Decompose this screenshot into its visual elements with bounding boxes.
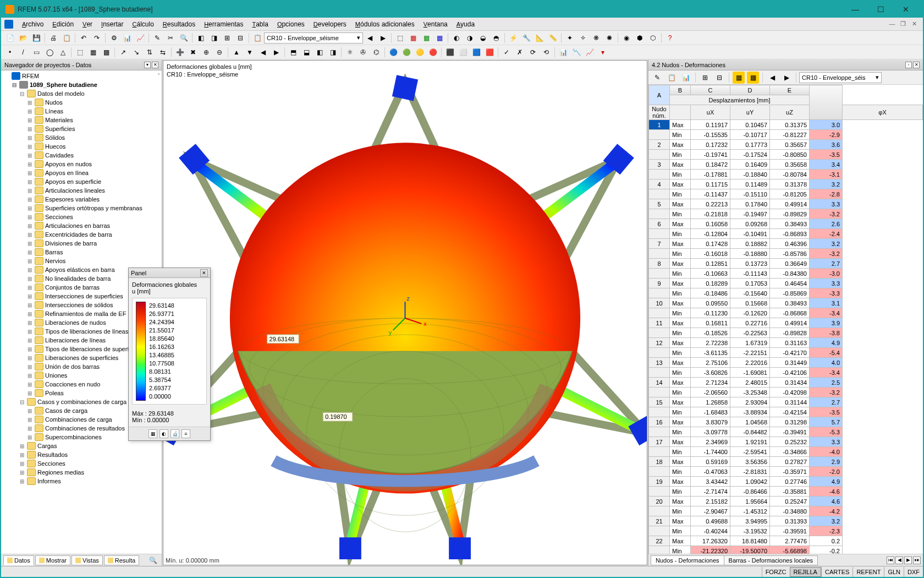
table-row[interactable]: Min-3.09778-0.84482-0.39491-5.3 bbox=[649, 427, 923, 437]
table-row[interactable]: 1Max0.119170.104570.313753.0 bbox=[649, 120, 923, 130]
menu-herramientas[interactable]: Herramientas bbox=[200, 19, 248, 29]
table-row[interactable]: 9Max0.182890.170530.464543.3 bbox=[649, 279, 923, 288]
table-row[interactable]: Min-21.22320-19.50070-5.66898-0.2 bbox=[649, 546, 923, 554]
tree-item[interactable]: ⊞Apoyos en nudos bbox=[2, 160, 161, 168]
t2-a[interactable]: • bbox=[4, 46, 16, 58]
t2-mm[interactable]: ⟲ bbox=[540, 46, 552, 58]
new-button[interactable]: 📄 bbox=[4, 32, 16, 44]
tree-item[interactable]: ⊞Espesores variables bbox=[2, 195, 161, 204]
mdi-close-button[interactable]: ✕ bbox=[909, 20, 920, 28]
t2-ee[interactable]: 🔴 bbox=[427, 46, 439, 58]
t2-jj[interactable]: ✓ bbox=[501, 46, 513, 58]
tab-nudos-def[interactable]: Nudos - Deformaciones bbox=[651, 555, 724, 565]
tree-item[interactable]: ⊞Informes bbox=[2, 477, 161, 486]
t2-g[interactable]: ▦ bbox=[87, 46, 99, 58]
tree-model[interactable]: 1089_Sphere butadiene bbox=[30, 81, 97, 88]
tree-item[interactable]: ⊞Cargas bbox=[2, 441, 161, 450]
table-row[interactable]: Min-1.74400-2.59541-0.34866-4.0 bbox=[649, 447, 923, 457]
table-row[interactable]: 6Max0.160580.092680.384932.6 bbox=[649, 219, 923, 229]
status-gln[interactable]: GLN bbox=[884, 567, 904, 577]
t2-dd[interactable]: 🟡 bbox=[414, 46, 426, 58]
tab-datos[interactable]: Datos bbox=[3, 555, 34, 565]
misc-a[interactable]: ⚡ bbox=[507, 32, 519, 44]
table-row[interactable]: 5Max0.222130.178400.499143.3 bbox=[649, 199, 923, 209]
tree-item[interactable]: ⊞Superficies ortótropas y membranas bbox=[2, 204, 161, 212]
table-row[interactable]: Min-2.71474-0.86466-0.35881-4.6 bbox=[649, 487, 923, 497]
t2-r[interactable]: ▼ bbox=[244, 46, 256, 58]
t2-ff[interactable]: ⬛ bbox=[444, 46, 456, 58]
undo-button[interactable]: ↶ bbox=[78, 32, 90, 44]
render-a[interactable]: ◐ bbox=[450, 32, 463, 44]
color-scale-panel[interactable]: Panel✕ Deformaciones globales u [mm] 29.… bbox=[128, 268, 211, 441]
t2-v[interactable]: ⬓ bbox=[300, 46, 312, 58]
tree-item[interactable]: ⊞Apoyos en superficie bbox=[2, 177, 161, 186]
table-row[interactable]: Min-0.15535-0.10717-0.81227-2.9 bbox=[649, 130, 923, 140]
t2-nn[interactable]: 📊 bbox=[557, 46, 569, 58]
tool-h[interactable]: ◨ bbox=[208, 32, 220, 44]
tree-datos[interactable]: Datos del modelo bbox=[37, 90, 85, 97]
status-refent[interactable]: REFENT bbox=[853, 567, 884, 577]
menu-insertar[interactable]: Insertar bbox=[97, 19, 128, 29]
t2-o[interactable]: ⊕ bbox=[200, 46, 212, 58]
tree-item[interactable]: ⊞Barras bbox=[2, 248, 161, 257]
table-row[interactable]: Min-2.06560-3.25348-0.42098-3.2 bbox=[649, 388, 923, 397]
results-combo[interactable]: CR10 - Enveloppe_séis▾ bbox=[799, 72, 882, 83]
t2-kk[interactable]: ✗ bbox=[514, 46, 526, 58]
tree-item[interactable]: ⊞Sólidos bbox=[2, 133, 161, 142]
tree-item[interactable]: ⊞Huecos bbox=[2, 142, 161, 151]
t2-u[interactable]: ⬒ bbox=[287, 46, 299, 58]
menu-tabla[interactable]: Tabla bbox=[248, 19, 272, 29]
panel-tab-a[interactable]: ▦ bbox=[148, 429, 157, 438]
rt-i[interactable]: ▶ bbox=[780, 72, 793, 84]
rt-c[interactable]: 📊 bbox=[680, 72, 692, 84]
minimize-button[interactable]: — bbox=[843, 1, 868, 18]
results-table[interactable]: A B C D E Desplazamientos [mm] Nudonúm. … bbox=[648, 85, 923, 554]
t2-pp[interactable]: 📈 bbox=[584, 46, 596, 58]
tab-vistas[interactable]: Vistas bbox=[72, 555, 103, 565]
print-button[interactable]: 🖨 bbox=[47, 32, 59, 44]
status-rejilla[interactable]: REJILLA bbox=[790, 567, 821, 577]
table-row[interactable]: Min-0.40244-3.19532-0.39591-2.3 bbox=[649, 526, 923, 536]
misc-j[interactable]: ⬢ bbox=[634, 32, 646, 44]
table-row[interactable]: Min-0.17881-0.18840-0.80784-3.1 bbox=[649, 170, 923, 179]
status-cartes[interactable]: CARTES bbox=[821, 567, 853, 577]
t2-w[interactable]: ◧ bbox=[314, 46, 326, 58]
table-row[interactable]: Min-0.19741-0.17524-0.80850-3.5 bbox=[649, 150, 923, 160]
table-row[interactable]: Min-0.16018-0.18880-0.85786-3.2 bbox=[649, 249, 923, 259]
t2-oo[interactable]: 📉 bbox=[570, 46, 582, 58]
tool-g[interactable]: ◧ bbox=[195, 32, 207, 44]
misc-g[interactable]: ❋ bbox=[590, 32, 602, 44]
table-row[interactable]: Min-1.68483-3.88934-0.42154-3.5 bbox=[649, 407, 923, 417]
pane-close-button[interactable]: ✕ bbox=[913, 62, 920, 68]
table-row[interactable]: 2Max0.172320.177730.356573.6 bbox=[649, 140, 923, 150]
tree-item[interactable]: ⊞Líneas bbox=[2, 107, 161, 116]
tree-item[interactable]: ⊞Regiones medias bbox=[2, 468, 161, 477]
mdi-minimize-button[interactable]: — bbox=[887, 20, 898, 28]
tree-item[interactable]: ⊞Apoyos en línea bbox=[2, 168, 161, 177]
tree-item[interactable]: ⊞Excentricidades de barra bbox=[2, 230, 161, 239]
tree-casos[interactable]: Casos y combinaciones de carga bbox=[37, 399, 127, 405]
tree-item[interactable]: ⊞Resultados bbox=[2, 450, 161, 459]
table-row[interactable]: 21Max0.496883.949950.313933.2 bbox=[649, 516, 923, 526]
misc-h[interactable]: ✺ bbox=[603, 32, 615, 44]
rt-f[interactable]: ▦ bbox=[733, 72, 745, 84]
table-row[interactable]: 12Max2.722381.673190.311634.9 bbox=[649, 338, 923, 348]
rt-d[interactable]: ⊞ bbox=[699, 72, 711, 84]
mdi-restore-button[interactable]: ❐ bbox=[898, 20, 909, 28]
copy-button[interactable]: 📋 bbox=[61, 32, 73, 44]
tool-b[interactable]: 📊 bbox=[121, 32, 133, 44]
nav-next[interactable]: ▶ bbox=[377, 32, 389, 44]
menu-edición[interactable]: Edición bbox=[48, 19, 78, 29]
tree-item[interactable]: ⊞Secciones bbox=[2, 459, 161, 468]
t2-n[interactable]: ✖ bbox=[187, 46, 199, 58]
tool-a[interactable]: ⚙ bbox=[108, 32, 120, 44]
help-icon[interactable]: ? bbox=[664, 32, 676, 44]
view-y[interactable]: ▦ bbox=[420, 32, 432, 44]
tool-f[interactable]: 🔍 bbox=[178, 32, 190, 44]
t2-x[interactable]: ◨ bbox=[327, 46, 339, 58]
rt-g[interactable]: ▩ bbox=[747, 72, 759, 84]
table-row[interactable]: 15Max1.268582.930940.311442.7 bbox=[649, 397, 923, 407]
open-button[interactable]: 📂 bbox=[17, 32, 29, 44]
table-row[interactable]: 8Max0.128510.137230.366492.7 bbox=[649, 259, 923, 269]
misc-b[interactable]: 🔧 bbox=[520, 32, 532, 44]
